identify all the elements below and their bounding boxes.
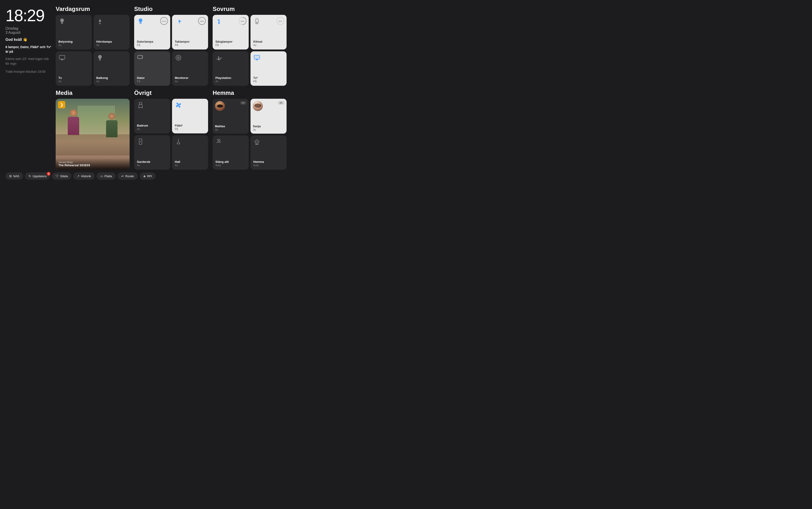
rpi-button[interactable]: ◈ RPi bbox=[140, 172, 156, 180]
tv-name: Tv bbox=[58, 76, 89, 80]
section-media: Media bbox=[56, 90, 130, 170]
bulb-icon bbox=[58, 18, 89, 26]
svg-point-39 bbox=[178, 104, 179, 106]
media-tile[interactable]: ❯ Senast tillagt The Rehearsal S01E03 bbox=[56, 99, 130, 170]
sanja-status: Ja bbox=[253, 128, 284, 131]
router-button[interactable]: ⇌ Router bbox=[118, 172, 138, 180]
flakt-status: På bbox=[175, 128, 205, 131]
sanja-badge: 9h bbox=[278, 101, 284, 105]
tile-sanglampor[interactable]: 50% Sänglampor På bbox=[213, 15, 249, 49]
sanglampor-status: På bbox=[216, 43, 246, 47]
datorlampa-status: På bbox=[137, 43, 167, 47]
rooms-row-1: Vardagsrum Belysning Av bbox=[56, 5, 287, 86]
tile-datorlampa[interactable]: 100% Datorlampa På bbox=[134, 15, 170, 49]
stada-button[interactable]: 🛡 Städa bbox=[52, 172, 71, 180]
tile-dator[interactable]: Dator På bbox=[134, 51, 170, 86]
sanglampor-badge: 50% bbox=[238, 16, 247, 26]
weekday: Onsdag bbox=[5, 27, 51, 31]
tv2-status: På bbox=[253, 80, 284, 83]
sovrum-title: Sovrum bbox=[213, 5, 287, 12]
studio-title: Studio bbox=[134, 5, 208, 12]
tile-tv2[interactable]: Tv² På bbox=[251, 51, 287, 86]
tile-sanja[interactable]: 9h Sanja Ja bbox=[251, 99, 287, 134]
nas-button[interactable]: ⊞ NAS bbox=[5, 172, 23, 180]
sanglampor-name: Sänglampor bbox=[216, 40, 246, 43]
svg-rect-35 bbox=[256, 60, 258, 60]
garderob-icon bbox=[137, 138, 167, 146]
hemma-status: Auto bbox=[253, 164, 284, 167]
hornlampa-status: Av bbox=[96, 43, 127, 47]
tile-monitorer[interactable]: Monitorer Av bbox=[172, 51, 208, 86]
svg-text:50%: 50% bbox=[241, 20, 245, 22]
playstation-status: Av bbox=[216, 80, 246, 83]
klimat-status: Av bbox=[253, 43, 284, 47]
media-label: Senast tillagt bbox=[58, 161, 127, 164]
toolbar: ⊞ NAS ↻ Uppdatera 1 🛡 Städa ↗ Historik ▭… bbox=[0, 170, 292, 182]
tile-stang-allt[interactable]: Stäng allt Auto bbox=[213, 135, 249, 170]
dator-name: Dator bbox=[137, 76, 167, 80]
svg-rect-33 bbox=[254, 56, 260, 59]
uppdatera-button[interactable]: ↻ Uppdatera 1 bbox=[25, 172, 50, 180]
home-icon bbox=[253, 138, 284, 147]
tile-garderob[interactable]: Garderob Av bbox=[134, 135, 170, 170]
tile-badrum[interactable]: Badrum Av bbox=[134, 99, 170, 133]
tile-belysning[interactable]: Belysning Av bbox=[56, 15, 92, 49]
tile-mattias[interactable]: 6h Mattias Ja bbox=[213, 99, 249, 134]
tile-tv[interactable]: Tv Av bbox=[56, 51, 92, 86]
stang-allt-name: Stäng allt bbox=[216, 160, 246, 164]
shield-icon: 🛡 bbox=[56, 174, 59, 178]
svg-rect-9 bbox=[139, 23, 142, 23]
garderob-name: Garderob bbox=[137, 160, 167, 164]
tile-balkong[interactable]: Balkong Av bbox=[94, 51, 130, 86]
klimat-badge: 25°c bbox=[276, 16, 285, 26]
svg-rect-4 bbox=[59, 56, 65, 59]
section-sovrum: Sovrum 50% Sänglampor På bbox=[213, 5, 287, 86]
tile-taklampor[interactable]: 100% Taklampor På bbox=[172, 15, 208, 49]
tile-hall[interactable]: Hall Av bbox=[172, 135, 208, 170]
vardagsrum-title: Vardagsrum bbox=[56, 5, 130, 12]
taklampor-badge: 100% bbox=[198, 16, 206, 26]
sanja-avatar bbox=[253, 101, 263, 111]
section-vardagsrum: Vardagsrum Belysning Av bbox=[56, 5, 130, 86]
vardagsrum-grid: Belysning Av Hörnlampa Av bbox=[56, 15, 130, 86]
svg-rect-34 bbox=[256, 59, 258, 60]
svg-rect-1 bbox=[61, 24, 63, 24]
svg-rect-3 bbox=[99, 24, 101, 24]
mattias-avatar bbox=[215, 101, 225, 111]
svg-text:100%: 100% bbox=[162, 20, 166, 22]
device-status: 6 lampor, Dator, Fläkt² och Tv² är på bbox=[5, 45, 51, 54]
tile-flakt[interactable]: Fläkt² På bbox=[172, 99, 208, 133]
refresh-icon: ↻ bbox=[29, 174, 31, 178]
dator-icon bbox=[137, 54, 167, 63]
tile-klimat[interactable]: 25°c Klimat Av bbox=[251, 15, 287, 49]
reminder: Tvätt imorgon klockan 19:00 bbox=[5, 69, 51, 74]
hall-name: Hall bbox=[175, 160, 205, 164]
ovrigt-title: Övrigt bbox=[134, 90, 208, 97]
klimat-name: Klimat bbox=[253, 40, 284, 43]
stang-allt-status: Auto bbox=[216, 164, 246, 167]
historik-button[interactable]: ↗ Historik bbox=[73, 172, 94, 180]
tile-playstation[interactable]: Playstation Av bbox=[213, 51, 249, 86]
router-icon: ⇌ bbox=[121, 174, 124, 178]
svg-rect-23 bbox=[219, 20, 220, 22]
tile-hemma[interactable]: Hemma Auto bbox=[251, 135, 287, 170]
tv-icon bbox=[58, 54, 89, 63]
hall-icon bbox=[175, 138, 205, 146]
section-ovrigt: Övrigt Badrum Av bbox=[134, 90, 208, 170]
belysning-status: Av bbox=[58, 43, 89, 47]
lamp-icon bbox=[96, 18, 127, 26]
tv-status: Av bbox=[58, 80, 89, 83]
historik-label: Historik bbox=[81, 174, 91, 178]
hemma-grid: 6h Mattias Ja bbox=[213, 99, 287, 170]
weather: Känns som 23° med ingen risk för regn bbox=[5, 57, 51, 66]
mattias-name: Mattias bbox=[215, 125, 247, 128]
tablet-icon: ▭ bbox=[100, 174, 103, 178]
platta-button[interactable]: ▭ Platta bbox=[97, 172, 116, 180]
section-hemma: Hemma 6h Mattias bbox=[213, 90, 287, 170]
section-studio: Studio 100% Datorlampa På bbox=[134, 5, 208, 86]
svg-rect-43 bbox=[256, 143, 257, 144]
rpi-icon: ◈ bbox=[143, 174, 146, 178]
svg-rect-14 bbox=[179, 22, 180, 24]
tile-hornlampa[interactable]: Hörnlampa Av bbox=[94, 15, 130, 49]
balkong-name: Balkong bbox=[96, 76, 127, 80]
